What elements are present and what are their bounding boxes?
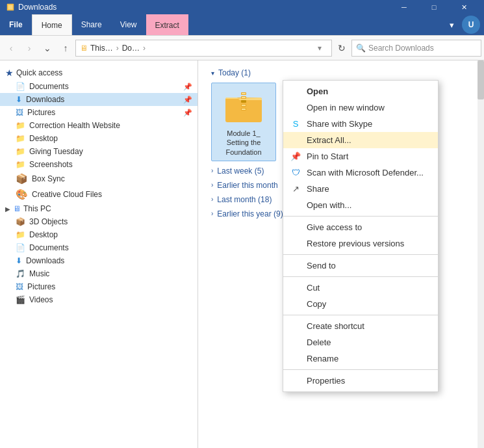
ctx-pin-start-label: Pin to Start (307, 152, 348, 161)
ribbon-collapse-button[interactable]: ▾ (446, 14, 458, 35)
sidebar-cc-label: Creative Cloud Files (32, 190, 102, 199)
ctx-send-to[interactable]: Send to (283, 257, 438, 274)
sidebar-item-pictures[interactable]: 🖼 Pictures 📌 (0, 106, 197, 119)
ctx-rename[interactable]: Rename (283, 350, 438, 367)
earlierthismonth-group-label: Earlier this month (217, 181, 277, 190)
address-bar[interactable]: 🖥 This… › Do… › ▾ (75, 40, 332, 57)
up-button[interactable]: ↑ (57, 40, 74, 57)
ctx-send-to-label: Send to (307, 261, 336, 270)
defender-icon: 🛡 (290, 167, 301, 179)
ctx-pin-start[interactable]: 📌 Pin to Start (283, 148, 438, 165)
minimize-button[interactable]: ─ (389, 0, 419, 14)
forward-button[interactable]: › (21, 40, 38, 57)
ctx-give-access-label: Give access to (307, 222, 362, 232)
ctx-scan-defender[interactable]: 🛡 Scan with Microsoft Defender... (283, 165, 438, 181)
sidebar-pictures-pc-label: Pictures (27, 282, 55, 291)
zip-folder-icon (224, 87, 263, 126)
sidebar-item-screenshots[interactable]: 📁 Screenshots (0, 158, 197, 171)
ctx-create-shortcut-label: Create shortcut (307, 321, 364, 331)
ctx-extract-all[interactable]: Extract All... (283, 132, 438, 148)
ribbon-tabs: File Home Share View Extract ▾ U (0, 14, 484, 35)
ctx-extract-all-label: Extract All... (307, 135, 351, 145)
date-group-today[interactable]: ▾ Today (1) (211, 66, 471, 80)
tab-home[interactable]: Home (32, 14, 72, 35)
ctx-give-access[interactable]: Give access to (283, 219, 438, 235)
ctx-open-with-label: Open with... (307, 200, 351, 210)
ctx-copy[interactable]: Copy (283, 296, 438, 312)
expand-icon: ⌄ (44, 43, 51, 53)
sidebar: ★ Quick access 📄 Documents 📌 ⬇ Downloads… (0, 60, 198, 448)
ctx-open-label: Open (307, 86, 328, 96)
maximize-button[interactable]: □ (419, 0, 449, 14)
scrollbar-thumb[interactable] (478, 60, 484, 99)
search-bar[interactable]: 🔍 Search Downloads (351, 40, 481, 57)
sidebar-item-downloads[interactable]: ⬇ Downloads 📌 (0, 93, 197, 106)
nav-bar: ‹ › ⌄ ↑ 🖥 This… › Do… › ▾ ↻ 🔍 Search Dow… (0, 36, 484, 60)
ctx-separator-1 (283, 216, 438, 217)
sidebar-downloads-label: Downloads (26, 95, 64, 104)
downloads-icon: ⬇ (16, 95, 22, 104)
ctx-share[interactable]: ↗ Share (283, 181, 438, 197)
this-pc-header[interactable]: ▶ 🖥 This PC (0, 202, 197, 215)
tab-share[interactable]: Share (72, 14, 111, 35)
sidebar-item-desktop[interactable]: 📁 Desktop (0, 132, 197, 145)
sidebar-item-music[interactable]: 🎵 Music (0, 267, 197, 280)
close-button[interactable]: ✕ (449, 0, 479, 14)
sidebar-item-videos[interactable]: 🎬 Videos (0, 293, 197, 306)
back-button[interactable]: ‹ (3, 40, 19, 57)
ctx-cut-label: Cut (307, 283, 320, 293)
sidebar-item-giving[interactable]: 📁 Giving Tuesday (0, 145, 197, 158)
sidebar-desktop-pc-label: Desktop (29, 230, 58, 239)
ctx-properties[interactable]: Properties (283, 373, 438, 389)
ctx-open-with[interactable]: Open with... (283, 197, 438, 213)
cc-icon: 🎨 (16, 189, 28, 200)
sidebar-item-desktop-pc[interactable]: 📁 Desktop (0, 228, 197, 241)
ctx-scan-defender-label: Scan with Microsoft Defender... (307, 168, 424, 178)
window-title: Downloads (18, 3, 57, 12)
scrollbar-track[interactable] (478, 60, 484, 448)
sidebar-giving-label: Giving Tuesday (29, 147, 83, 156)
ctx-create-shortcut[interactable]: Create shortcut (283, 318, 438, 334)
sidebar-item-pictures-pc[interactable]: 🖼 Pictures (0, 280, 197, 293)
ctx-separator-2 (283, 254, 438, 255)
ctx-open-new-window[interactable]: Open in new window (283, 99, 438, 116)
quick-access-header[interactable]: ★ Quick access (0, 66, 197, 80)
tab-extract[interactable]: Extract (146, 14, 188, 35)
address-dropdown-button[interactable]: ▾ (312, 44, 327, 53)
sidebar-3d-label: 3D Objects (29, 217, 68, 226)
earlierthismonth-group-expand-icon: › (211, 181, 213, 189)
ctx-cut[interactable]: Cut (283, 280, 438, 296)
documents-pc-icon: 📄 (16, 243, 25, 252)
share-icon: ↗ (290, 183, 301, 195)
ctx-delete[interactable]: Delete (283, 334, 438, 350)
ctx-restore-prev[interactable]: Restore previous versions (283, 235, 438, 252)
ctx-open[interactable]: Open (283, 83, 438, 99)
lastmonth-group-expand-icon: › (211, 196, 213, 203)
quick-access-label: Quick access (16, 68, 62, 77)
sidebar-item-documents-pc[interactable]: 📄 Documents (0, 241, 197, 254)
sidebar-item-downloads-pc[interactable]: ⬇ Downloads (0, 254, 197, 267)
expand-button[interactable]: ⌄ (39, 40, 56, 57)
sidebar-item-documents[interactable]: 📄 Documents 📌 (0, 80, 197, 93)
file-item-module1[interactable]: Module 1_Setting theFoundation (211, 83, 276, 161)
search-icon: 🔍 (356, 44, 366, 53)
address-separator-2: › (143, 44, 146, 53)
tab-file[interactable]: File (0, 14, 32, 35)
ctx-share-skype-label: Share with Skype (307, 119, 372, 129)
tab-view[interactable]: View (111, 14, 146, 35)
refresh-button[interactable]: ↻ (333, 40, 350, 57)
window-icon (5, 2, 16, 12)
svg-rect-10 (242, 105, 246, 106)
sidebar-item-correction[interactable]: 📁 Correction Health Website (0, 119, 197, 132)
sidebar-documents-pc-label: Documents (29, 243, 69, 252)
sidebar-item-boxsync[interactable]: 📦 Box Sync (0, 171, 197, 187)
sidebar-item-3d[interactable]: 📦 3D Objects (0, 215, 197, 228)
pictures-pin-icon: 📌 (183, 109, 192, 117)
sidebar-item-creative-cloud[interactable]: 🎨 Creative Cloud Files (0, 187, 197, 202)
folder-icon: 🖥 (80, 44, 88, 53)
ctx-open-new-window-label: Open in new window (307, 103, 385, 112)
3d-icon: 📦 (16, 217, 25, 226)
content-area: ▾ Today (1) (198, 60, 484, 448)
lastweek-group-expand-icon: › (211, 167, 213, 174)
ctx-share-skype[interactable]: S Share with Skype (283, 116, 438, 132)
